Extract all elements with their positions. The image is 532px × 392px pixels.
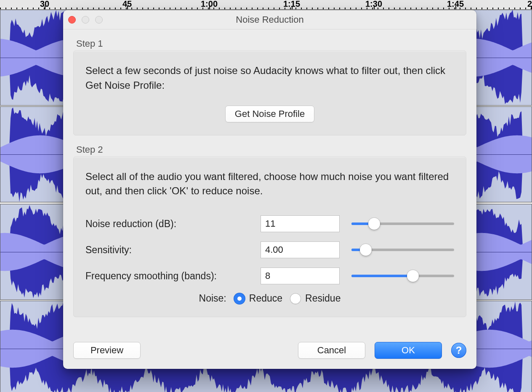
step1-group: Step 1 Select a few seconds of just nois… [73, 50, 466, 135]
frequency-smoothing-input[interactable] [261, 268, 340, 284]
zoom-window-button [95, 16, 103, 24]
step2-legend: Step 2 [76, 144, 103, 155]
noise-reduction-input[interactable] [261, 215, 340, 232]
ok-button[interactable]: OK [375, 342, 442, 359]
get-noise-profile-button[interactable]: Get Noise Profile [225, 106, 314, 122]
frequency-smoothing-label: Frequency smoothing (bands): [85, 270, 249, 282]
step1-legend: Step 1 [76, 38, 103, 49]
noise-residue-radio[interactable]: Residue [290, 293, 340, 304]
cancel-button[interactable]: Cancel [298, 342, 365, 359]
help-button[interactable]: ? [451, 343, 466, 358]
noise-residue-radio-label: Residue [305, 293, 340, 304]
noise-radio-label: Noise: [199, 293, 226, 304]
step1-description: Select a few seconds of just noise so Au… [85, 64, 454, 93]
noise-reduction-slider[interactable] [351, 219, 454, 228]
titlebar: Noise Reduction [63, 10, 476, 29]
noise-reduction-dialog: Noise Reduction Step 1 Select a few seco… [63, 10, 476, 369]
close-window-button[interactable] [68, 16, 76, 24]
sensitivity-label: Sensitivity: [85, 244, 249, 256]
noise-reduce-radio-label: Reduce [249, 293, 282, 304]
sensitivity-input[interactable] [261, 241, 340, 258]
noise-reduce-radio[interactable]: Reduce [234, 293, 282, 304]
noise-reduction-label: Noise reduction (dB): [85, 218, 249, 230]
step2-group: Step 2 Select all of the audio you want … [73, 156, 466, 318]
preview-button[interactable]: Preview [73, 342, 141, 359]
frequency-smoothing-slider[interactable] [351, 271, 454, 281]
minimize-window-button [82, 16, 89, 24]
window-title: Noise Reduction [236, 14, 303, 25]
timeline-ruler: 30451:001:151:301:452: [0, 0, 532, 10]
step2-description: Select all of the audio you want filtere… [85, 170, 454, 199]
sensitivity-slider[interactable] [351, 245, 454, 254]
